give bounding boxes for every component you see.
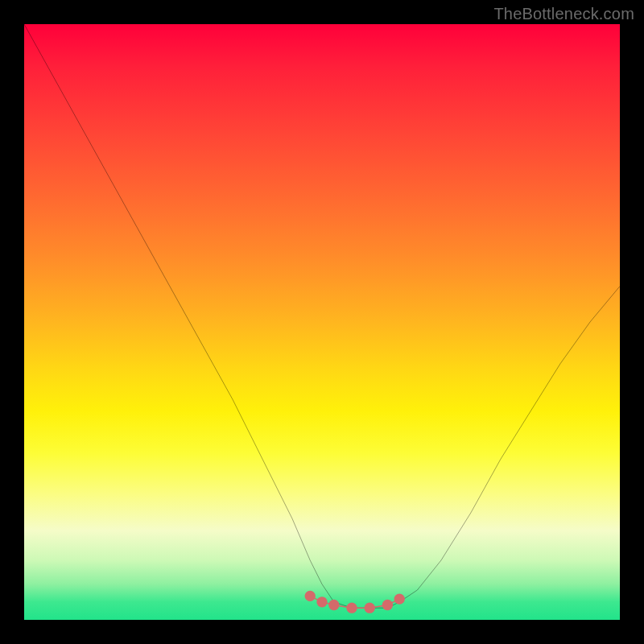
flat-segment-dot — [346, 603, 357, 613]
flat-segment-dots — [305, 591, 405, 613]
flat-segment-dot — [382, 600, 393, 610]
flat-segment — [24, 24, 620, 620]
flat-segment-dot — [365, 603, 375, 613]
watermark-text: TheBottleneck.com — [493, 5, 634, 23]
chart-frame: TheBottleneck.com — [0, 0, 644, 644]
flat-segment-dot — [328, 600, 339, 610]
flat-segment-dot — [305, 591, 316, 601]
plot-area — [24, 24, 620, 620]
flat-segment-dot — [316, 597, 327, 607]
flat-segment-dot — [394, 593, 405, 604]
